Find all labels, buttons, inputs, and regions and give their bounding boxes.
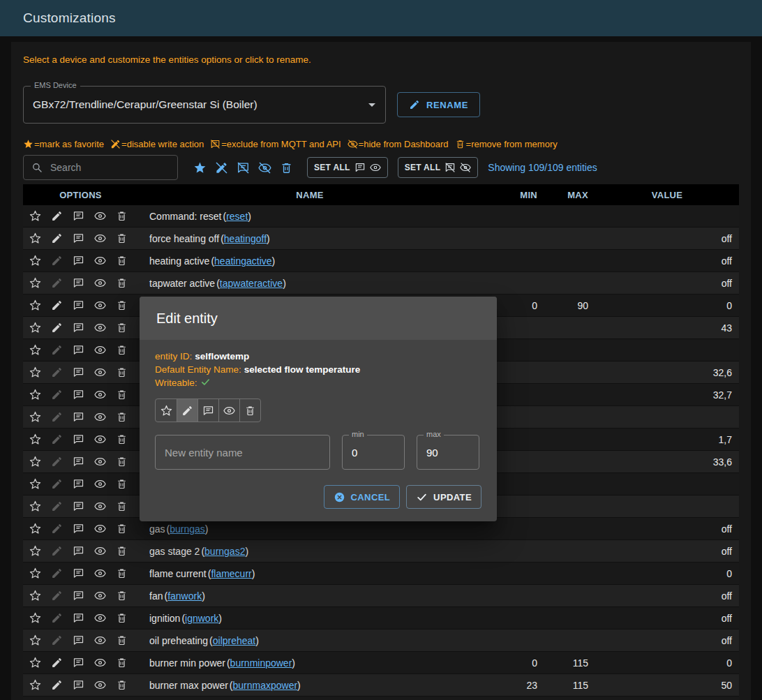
- visibility-button[interactable]: [89, 317, 111, 338]
- table-row[interactable]: Command: reset(reset): [23, 205, 739, 228]
- mqtt-exclude-button[interactable]: [68, 630, 89, 651]
- delete-button[interactable]: [111, 540, 133, 562]
- mqtt-exclude-button[interactable]: [68, 496, 89, 517]
- visibility-button[interactable]: [89, 384, 111, 405]
- edit-pencil-button[interactable]: [46, 607, 68, 629]
- favorite-star-button[interactable]: [24, 384, 46, 405]
- delete-button[interactable]: [111, 630, 133, 651]
- mqtt-exclude-button[interactable]: [68, 540, 89, 562]
- delete-button[interactable]: [111, 607, 133, 629]
- mqtt-exclude-button[interactable]: [68, 317, 89, 338]
- entity-id-link[interactable]: reset: [226, 211, 248, 222]
- edit-pencil-button[interactable]: [46, 697, 68, 700]
- edit-pencil-button[interactable]: [46, 362, 68, 383]
- visibility-button[interactable]: [89, 250, 111, 271]
- visibility-button[interactable]: [89, 228, 111, 249]
- visibility-button[interactable]: [89, 429, 111, 450]
- mqtt-exclude-button[interactable]: [68, 339, 89, 361]
- table-row[interactable]: tapwater active(tapwateractive) off: [23, 272, 739, 295]
- delete-button[interactable]: [111, 362, 133, 383]
- table-row[interactable]: ignition(ignwork) off: [23, 607, 739, 630]
- search-box[interactable]: [23, 155, 178, 180]
- rename-button[interactable]: RENAME: [397, 92, 480, 117]
- entity-id-link[interactable]: fanwork: [167, 590, 202, 602]
- set-all-enable-button[interactable]: SET ALL: [307, 157, 388, 178]
- table-row[interactable]: burner max power(burnmaxpower) 23 115 50: [23, 674, 739, 697]
- delete-button[interactable]: [111, 339, 133, 361]
- favorite-star-button[interactable]: [24, 429, 46, 450]
- edit-pencil-button[interactable]: [46, 339, 68, 361]
- visibility-button[interactable]: [89, 697, 111, 700]
- delete-button[interactable]: [111, 205, 133, 227]
- visibility-button[interactable]: [89, 272, 111, 294]
- visibility-button[interactable]: [89, 406, 111, 428]
- mqtt-exclude-button[interactable]: [68, 585, 89, 606]
- edit-pencil-button[interactable]: [46, 384, 68, 405]
- star-filter-button[interactable]: [189, 157, 211, 179]
- visibility-button[interactable]: [89, 607, 111, 629]
- edit-pencil-button[interactable]: [46, 674, 68, 696]
- favorite-star-button[interactable]: [24, 362, 46, 383]
- delete-button[interactable]: [111, 585, 133, 606]
- delete-button[interactable]: [111, 295, 133, 316]
- edit-pencil-button[interactable]: [46, 429, 68, 450]
- visibility-button[interactable]: [89, 496, 111, 517]
- edit-pencil-button[interactable]: [46, 205, 68, 227]
- entity-id-link[interactable]: flamecurr: [211, 568, 251, 579]
- favorite-star-button[interactable]: [24, 496, 46, 517]
- delete-button[interactable]: [111, 518, 133, 539]
- pencil-off-filter-button[interactable]: [211, 157, 232, 179]
- entity-id-link[interactable]: burngas: [170, 523, 205, 535]
- table-row[interactable]: oil preheating(oilpreheat) off: [23, 630, 739, 652]
- mqtt-exclude-button[interactable]: [68, 228, 89, 249]
- edit-pencil-button[interactable]: [46, 585, 68, 606]
- table-row[interactable]: fan(fanwork) off: [23, 585, 739, 607]
- edit-pencil-button[interactable]: [46, 295, 68, 316]
- delete-button[interactable]: [111, 250, 133, 271]
- set-all-disable-button[interactable]: SET ALL: [398, 157, 479, 178]
- delete-button[interactable]: [111, 272, 133, 294]
- mqtt-exclude-toggle[interactable]: [197, 399, 218, 422]
- comment-off-filter-button[interactable]: [232, 157, 254, 179]
- entity-id-link[interactable]: burngas2: [204, 546, 245, 557]
- entity-id-link[interactable]: ignwork: [185, 613, 218, 624]
- mqtt-exclude-button[interactable]: [68, 652, 89, 673]
- favorite-star-button[interactable]: [24, 317, 46, 338]
- favorite-star-button[interactable]: [24, 518, 46, 539]
- favorite-star-button[interactable]: [24, 540, 46, 562]
- delete-button[interactable]: [111, 384, 133, 405]
- edit-pencil-button[interactable]: [46, 540, 68, 562]
- favorite-star-button[interactable]: [24, 272, 46, 294]
- delete-button[interactable]: [111, 652, 133, 673]
- visibility-button[interactable]: [89, 630, 111, 651]
- favorite-star-button[interactable]: [24, 697, 46, 700]
- entity-id-link[interactable]: heatingoff: [224, 233, 267, 244]
- search-input[interactable]: [49, 161, 170, 174]
- favorite-star-button[interactable]: [24, 406, 46, 428]
- visibility-button[interactable]: [89, 473, 111, 495]
- visibility-button[interactable]: [89, 205, 111, 227]
- edit-pencil-button[interactable]: [46, 630, 68, 651]
- mqtt-exclude-button[interactable]: [68, 473, 89, 495]
- mqtt-exclude-button[interactable]: [68, 697, 89, 700]
- edit-pencil-button[interactable]: [46, 451, 68, 472]
- visibility-button[interactable]: [89, 362, 111, 383]
- favorite-star-button[interactable]: [24, 250, 46, 271]
- favorite-star-button[interactable]: [24, 339, 46, 361]
- delete-button[interactable]: [111, 406, 133, 428]
- edit-pencil-button[interactable]: [46, 406, 68, 428]
- eye-off-filter-button[interactable]: [254, 157, 276, 179]
- delete-button[interactable]: [111, 496, 133, 517]
- edit-pencil-button[interactable]: [46, 518, 68, 539]
- mqtt-exclude-button[interactable]: [68, 272, 89, 294]
- max-input[interactable]: [417, 435, 479, 469]
- entity-id-link[interactable]: heatingactive: [214, 255, 272, 267]
- trash-filter-button[interactable]: [276, 157, 297, 179]
- table-row[interactable]: gas stage 2(burngas2) off: [23, 540, 739, 563]
- mqtt-exclude-button[interactable]: [68, 362, 89, 383]
- delete-button[interactable]: [111, 473, 133, 495]
- mqtt-exclude-button[interactable]: [68, 429, 89, 450]
- favorite-star-button[interactable]: [24, 228, 46, 249]
- edit-pencil-button[interactable]: [46, 473, 68, 495]
- visibility-button[interactable]: [89, 518, 111, 539]
